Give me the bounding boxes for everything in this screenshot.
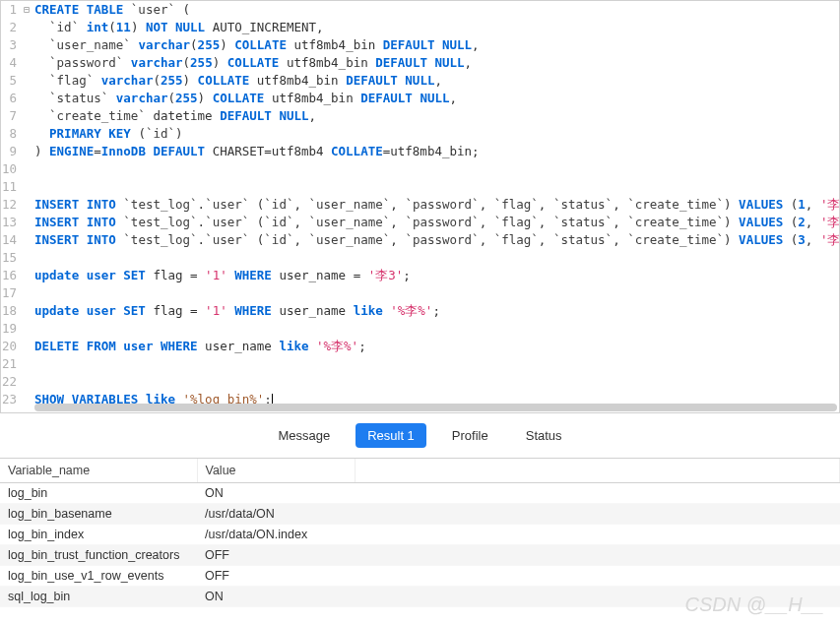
table-cell[interactable]: /usr/data/ON bbox=[197, 504, 355, 525]
column-header[interactable]: Value bbox=[197, 459, 355, 483]
code-token: , bbox=[613, 197, 627, 212]
code-line[interactable] bbox=[34, 373, 839, 391]
code-line[interactable] bbox=[34, 178, 839, 196]
table-row[interactable]: log_binON bbox=[0, 483, 840, 504]
table-cell[interactable]: log_bin_basename bbox=[0, 504, 197, 525]
table-row[interactable]: log_bin_trust_function_creatorsOFF bbox=[0, 545, 840, 566]
code-token: COLLATE bbox=[198, 73, 250, 88]
code-line[interactable]: INSERT INTO `test_log`.`user` (`id`, `us… bbox=[34, 196, 839, 214]
code-line[interactable]: `password` varchar(255) COLLATE utf8mb4_… bbox=[34, 54, 839, 72]
code-line[interactable]: `create_time` datetime DEFAULT NULL, bbox=[34, 107, 839, 125]
table-cell[interactable]: log_bin_use_v1_row_events bbox=[0, 566, 197, 587]
table-row[interactable]: log_bin_basename/usr/data/ON bbox=[0, 504, 840, 525]
code-line[interactable]: `id` int(11) NOT NULL AUTO_INCREMENT, bbox=[34, 19, 839, 36]
code-token: , bbox=[465, 55, 473, 70]
code-token: `create_time` bbox=[627, 197, 724, 212]
tab-message[interactable]: Message bbox=[266, 423, 342, 448]
line-number: 10 bbox=[1, 160, 17, 178]
code-line[interactable]: CREATE TABLE `user` ( bbox=[34, 1, 839, 19]
tab-result-1[interactable]: Result 1 bbox=[355, 423, 426, 448]
code-token bbox=[123, 2, 131, 17]
table-cell[interactable]: OFF bbox=[197, 566, 355, 587]
code-token: '李2' bbox=[820, 215, 839, 229]
code-token: ) bbox=[220, 37, 234, 52]
result-grid[interactable]: Variable_nameValue log_binONlog_bin_base… bbox=[0, 458, 840, 607]
column-header[interactable]: Variable_name bbox=[0, 459, 197, 483]
code-token: , bbox=[434, 73, 442, 88]
code-token: update user SET bbox=[34, 268, 146, 282]
code-line[interactable] bbox=[34, 160, 839, 178]
code-token: user_name bbox=[198, 339, 280, 353]
fold-marker bbox=[21, 196, 32, 214]
code-token: , bbox=[293, 215, 308, 229]
code-token: DELETE FROM user WHERE bbox=[34, 339, 198, 353]
line-number: 21 bbox=[1, 355, 17, 373]
fold-column[interactable]: ⊟ bbox=[21, 1, 32, 412]
line-number: 20 bbox=[1, 338, 17, 355]
code-token: `status` bbox=[553, 215, 613, 229]
code-line[interactable]: ) ENGINE=InnoDB DEFAULT CHARSET=utf8mb4 … bbox=[34, 143, 839, 160]
code-token: , bbox=[472, 37, 480, 52]
line-number: 22 bbox=[1, 373, 17, 391]
code-line[interactable]: `status` varchar(255) COLLATE utf8mb4_bi… bbox=[34, 90, 839, 107]
table-cell-spacer bbox=[355, 504, 840, 525]
code-token: ; bbox=[432, 303, 440, 318]
line-number: 17 bbox=[1, 284, 17, 302]
code-token: ( bbox=[249, 215, 264, 229]
code-line[interactable]: update user SET flag = '1' WHERE user_na… bbox=[34, 302, 839, 320]
code-line[interactable]: `flag` varchar(255) COLLATE utf8mb4_bin … bbox=[34, 72, 839, 90]
tab-status[interactable]: Status bbox=[514, 423, 574, 448]
code-token bbox=[34, 126, 49, 141]
fold-marker[interactable]: ⊟ bbox=[21, 1, 32, 19]
sql-editor-pane[interactable]: 123456789101112131415161718192021222324 … bbox=[0, 0, 840, 413]
table-cell-spacer bbox=[355, 483, 840, 504]
code-line[interactable]: DELETE FROM user WHERE user_name like '%… bbox=[34, 338, 839, 355]
fold-marker bbox=[21, 355, 32, 373]
line-number: 11 bbox=[1, 178, 17, 196]
code-token: utf8mb4_bin bbox=[264, 91, 360, 105]
table-row[interactable]: log_bin_index/usr/data/ON.index bbox=[0, 525, 840, 545]
code-line[interactable]: INSERT INTO `test_log`.`user` (`id`, `us… bbox=[34, 214, 839, 231]
table-cell[interactable]: log_bin_trust_function_creators bbox=[0, 545, 197, 566]
table-cell[interactable]: /usr/data/ON.index bbox=[197, 525, 355, 545]
table-cell[interactable]: sql_log_bin bbox=[0, 587, 197, 607]
code-line[interactable]: update user SET flag = '1' WHERE user_na… bbox=[34, 267, 839, 284]
code-token: varchar bbox=[116, 91, 168, 105]
table-cell[interactable]: log_bin bbox=[0, 483, 197, 504]
line-number: 19 bbox=[1, 320, 17, 338]
table-row[interactable]: log_bin_use_v1_row_eventsOFF bbox=[0, 566, 840, 587]
code-line[interactable]: `user_name` varchar(255) COLLATE utf8mb4… bbox=[34, 36, 839, 54]
table-cell[interactable]: OFF bbox=[197, 545, 355, 566]
code-line[interactable] bbox=[34, 355, 839, 373]
sql-editor[interactable]: 123456789101112131415161718192021222324 … bbox=[1, 1, 839, 412]
code-line[interactable] bbox=[34, 320, 839, 338]
code-line[interactable]: PRIMARY KEY (`id`) bbox=[34, 125, 839, 143]
line-number: 8 bbox=[1, 125, 17, 143]
code-token: ( bbox=[175, 2, 190, 17]
code-token bbox=[108, 91, 116, 105]
table-cell[interactable]: ON bbox=[197, 587, 355, 607]
fold-marker bbox=[21, 72, 32, 90]
horizontal-scrollbar[interactable] bbox=[34, 404, 837, 411]
code-line[interactable] bbox=[34, 249, 839, 267]
code-token: update user SET bbox=[34, 303, 146, 318]
code-token: CREATE TABLE bbox=[34, 2, 123, 17]
code-token: VALUES bbox=[739, 232, 783, 247]
code-line[interactable] bbox=[34, 284, 839, 302]
code-token: ( bbox=[783, 232, 798, 247]
line-number: 15 bbox=[1, 249, 17, 267]
table-cell[interactable]: log_bin_index bbox=[0, 525, 197, 545]
code-token: '1' bbox=[205, 268, 227, 282]
code-area[interactable]: CREATE TABLE `user` ( `id` int(11) NOT N… bbox=[32, 1, 839, 412]
code-token bbox=[308, 339, 316, 353]
fold-marker bbox=[21, 90, 32, 107]
line-number-gutter: 123456789101112131415161718192021222324 bbox=[1, 1, 21, 412]
code-token: , bbox=[390, 197, 405, 212]
code-token: , bbox=[390, 232, 405, 247]
code-token: ( bbox=[783, 197, 798, 212]
table-cell[interactable]: ON bbox=[197, 483, 355, 504]
code-line[interactable]: INSERT INTO `test_log`.`user` (`id`, `us… bbox=[34, 231, 839, 249]
fold-marker bbox=[21, 284, 32, 302]
code-token: ( bbox=[168, 91, 176, 105]
tab-profile[interactable]: Profile bbox=[440, 423, 500, 448]
